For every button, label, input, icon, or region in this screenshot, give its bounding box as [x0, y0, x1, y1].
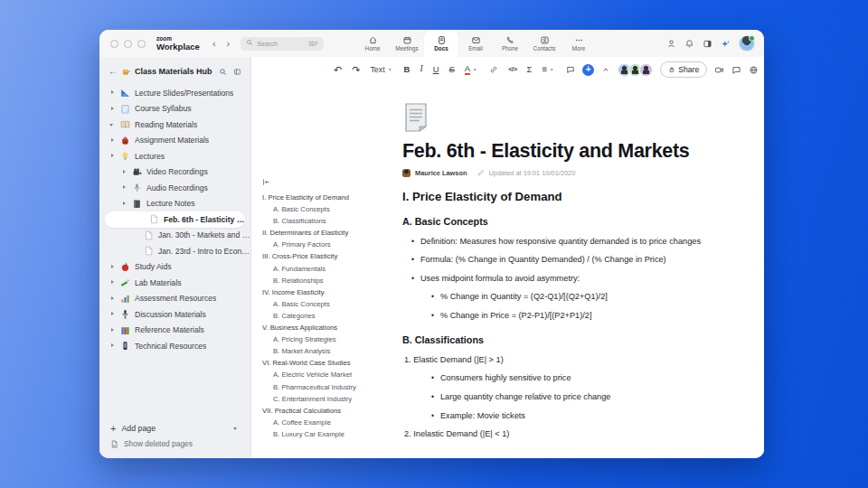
tab-docs[interactable]: Docs — [424, 30, 458, 57]
chevron-right-icon[interactable] — [120, 184, 127, 192]
sidebar-item[interactable]: Reading Materials — [99, 117, 250, 133]
global-search-input[interactable]: Search ⌘F — [241, 37, 324, 51]
ai-companion-icon[interactable] — [721, 39, 731, 49]
outline-item[interactable]: A. Fundamentals — [262, 265, 398, 277]
toolbar-code-button[interactable]: </> — [505, 64, 519, 75]
sidebar-search-icon[interactable] — [219, 68, 227, 76]
sidebar-item[interactable]: Assessment Resources — [99, 291, 250, 307]
chevron-down-icon[interactable] — [232, 425, 240, 432]
outline-item[interactable]: B. Categories — [262, 312, 398, 324]
sidebar-item[interactable]: Study Aids — [99, 259, 250, 276]
outline-item[interactable]: B. Relationships — [262, 277, 398, 288]
chevron-right-icon[interactable] — [108, 89, 116, 97]
toolbar-undo-button[interactable]: ↶ — [331, 63, 344, 77]
add-page-button[interactable]: + Add page — [110, 420, 240, 436]
toolbar-underline-button[interactable]: U — [430, 63, 442, 76]
chevron-right-icon[interactable] — [108, 263, 116, 270]
toolbar-align-button[interactable]: ≡ — [539, 63, 559, 76]
forward-button[interactable]: › — [227, 38, 231, 49]
close-window-button[interactable] — [110, 40, 118, 48]
tab-phone[interactable]: Phone — [493, 30, 527, 57]
outline-item[interactable]: VI. Real-World Case Studies — [262, 359, 398, 371]
toolbar-insert-button[interactable]: + — [582, 64, 594, 76]
toolbar-bold-button[interactable]: B — [401, 63, 413, 76]
tab-email[interactable]: Email — [458, 30, 493, 57]
chevron-right-icon[interactable] — [108, 326, 116, 333]
profile-icon[interactable] — [666, 39, 676, 49]
tab-meetings[interactable]: Meetings — [390, 30, 424, 57]
chevron-down-icon[interactable] — [108, 121, 116, 128]
outline-item[interactable]: A. Primary Factors — [262, 240, 398, 252]
outline-item[interactable]: C. Entertainment Industry — [262, 395, 398, 407]
toolbar-text-style-button[interactable]: Text — [367, 64, 396, 76]
outline-item[interactable]: A. Basic Concepts — [262, 300, 398, 312]
outline-item[interactable]: VII. Practical Calculations — [262, 407, 398, 418]
sidebar-item[interactable]: Lecture Notes — [99, 196, 250, 212]
chevron-right-icon[interactable] — [120, 200, 127, 207]
video-camera-icon[interactable] — [714, 65, 724, 75]
back-button[interactable]: ‹ — [212, 38, 216, 49]
sidebar-item[interactable]: Course Syllabus — [99, 101, 250, 117]
chevron-right-icon[interactable] — [108, 295, 116, 302]
outline-item[interactable]: IV. Income Elasticity — [262, 288, 398, 300]
sidebar-item[interactable]: Video Recordings — [99, 164, 250, 181]
chevron-right-icon[interactable] — [108, 105, 116, 112]
toolbar-link-button[interactable] — [486, 63, 501, 76]
toolbar-strikethrough-button[interactable]: S — [447, 63, 458, 76]
tab-more[interactable]: More — [561, 30, 596, 57]
chat-bubble-icon[interactable] — [731, 65, 741, 75]
side-panel-icon[interactable] — [703, 39, 712, 49]
sidebar-item[interactable]: Lab Materials — [99, 275, 250, 291]
outline-item[interactable]: II. Determinants of Elasticity — [262, 229, 398, 240]
tab-contacts[interactable]: Contacts — [527, 30, 561, 57]
outline-item[interactable]: I. Price Elasticity of Demand — [262, 193, 398, 205]
chevron-right-icon[interactable] — [108, 153, 116, 160]
sidebar-item[interactable]: Technical Resources — [99, 338, 250, 354]
sidebar-item[interactable]: Jan. 23rd - Intro to Econo... — [99, 243, 250, 259]
outline-item[interactable]: III. Cross-Price Elasticity — [262, 252, 398, 264]
user-avatar[interactable] — [739, 35, 755, 52]
outline-item[interactable]: B. Classifications — [262, 217, 398, 229]
outline-item[interactable]: A. Basic Concepts — [262, 205, 398, 217]
outline-item[interactable]: B. Market Analysis — [262, 347, 398, 359]
lock-icon — [668, 66, 675, 73]
notifications-bell-icon[interactable] — [684, 39, 694, 49]
toolbar-collapse-button[interactable] — [599, 63, 613, 76]
toolbar-text-color-button[interactable]: A — [462, 62, 482, 77]
outline-item[interactable]: B. Pharmaceutical Industry — [262, 383, 398, 395]
sidebar-item[interactable]: Assignment Materials — [99, 133, 250, 149]
chevron-right-icon[interactable] — [108, 279, 116, 286]
chevron-right-icon[interactable] — [108, 343, 116, 350]
document-editor[interactable]: I. Price Elasticity of DemandA. Basic Co… — [251, 82, 764, 458]
tab-home[interactable]: Home — [355, 30, 390, 57]
show-deleted-pages-button[interactable]: Show deleted pages — [110, 436, 240, 451]
sidebar-item[interactable]: Jan. 30th - Markets and P... — [99, 228, 250, 244]
toolbar-redo-button[interactable]: ↷ — [349, 63, 363, 77]
maximize-window-button[interactable] — [137, 40, 146, 48]
sidebar-back-icon[interactable]: ← — [108, 67, 118, 76]
sidebar-item[interactable]: Lecture Slides/Presentations — [99, 85, 250, 101]
outline-item[interactable]: B. Luxury Car Example — [262, 430, 398, 442]
chevron-right-icon[interactable] — [108, 311, 116, 318]
collapse-sidebar-icon[interactable] — [233, 68, 241, 76]
outline-item[interactable]: A. Coffee Example — [262, 418, 398, 430]
collapse-outline-icon[interactable] — [262, 178, 398, 186]
minimize-window-button[interactable] — [124, 40, 132, 48]
outline-item[interactable]: V. Business Applications — [262, 324, 398, 335]
outline-item[interactable]: A. Pricing Strategies — [262, 335, 398, 347]
sidebar-item-selected[interactable]: Feb. 6th - Elasticity and M... — [105, 211, 245, 228]
share-button[interactable]: Share — [660, 61, 707, 78]
globe-icon[interactable] — [749, 65, 759, 75]
collaborator-avatar[interactable] — [639, 63, 653, 77]
toolbar-comment-button[interactable] — [563, 63, 578, 76]
outline-item[interactable]: A. Electric Vehicle Market — [262, 371, 398, 382]
chevron-right-icon[interactable] — [108, 136, 116, 144]
sidebar-item[interactable]: Lectures — [99, 148, 250, 164]
sidebar-item[interactable]: Reference Materials — [99, 323, 250, 339]
toolbar-formula-button[interactable]: Σ — [524, 63, 535, 76]
sidebar-item[interactable]: Audio Recordings — [99, 180, 250, 196]
toolbar-italic-button[interactable]: I — [417, 63, 425, 76]
sidebar: ← Class Materials Hub Lecture Slides/Pre… — [99, 57, 251, 458]
chevron-right-icon[interactable] — [120, 168, 127, 175]
sidebar-item[interactable]: Discussion Materials — [99, 306, 250, 323]
